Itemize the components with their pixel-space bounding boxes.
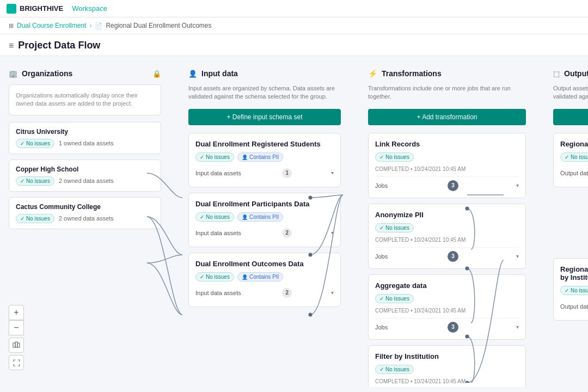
trans-card-3-status: No issues bbox=[375, 294, 414, 303]
org-status-cactus: No issues bbox=[16, 214, 54, 223]
organizations-description: Organizations automatically display once… bbox=[16, 92, 138, 107]
trans-card-filter[interactable]: Filter by Institution No issues COMPLETE… bbox=[368, 345, 526, 387]
trans-card-3-jobs-label: Jobs bbox=[375, 324, 388, 330]
workspace-link[interactable]: Workspace bbox=[72, 4, 107, 13]
org-name-copper: Copper High School bbox=[16, 166, 154, 173]
org-card-copper[interactable]: Copper High School No issues 2 owned dat… bbox=[9, 160, 161, 192]
org-card-cactus[interactable]: Cactus Community College No issues 2 own… bbox=[9, 197, 161, 229]
trans-card-1-completed: COMPLETED • 10/24/2021 10:45 AM bbox=[375, 166, 519, 172]
trans-card-4-completed: COMPLETED • 10/24/2021 10:45 AM bbox=[375, 378, 519, 384]
org-status-citrus: No issues bbox=[16, 139, 54, 148]
input-card-1-chevron-icon: ▾ bbox=[331, 170, 334, 176]
output-card-2-expand-label: Output data assets bbox=[560, 303, 588, 310]
output-card-2[interactable]: Regional Dual Enrollment Ou... Filtered … bbox=[553, 258, 588, 321]
input-card-1-title: Dual Enrollment Registered Students bbox=[195, 140, 334, 148]
output-card-1-badges: No issues Contains PII bbox=[560, 152, 588, 162]
trans-card-3-jobs-count: 3 bbox=[448, 322, 458, 333]
define-input-schema-button[interactable]: + Define input schema set bbox=[188, 109, 341, 125]
input-card-3-status-badge: No issues bbox=[195, 272, 234, 281]
top-navigation: BRIGHTHIVE Workspace bbox=[0, 0, 588, 17]
zoom-out-button[interactable]: − bbox=[9, 320, 24, 335]
output-card-1-expand-label: Output data assets bbox=[560, 170, 588, 176]
trans-card-4-status: No issues bbox=[375, 365, 414, 374]
input-card-3-chevron-icon: ▾ bbox=[331, 290, 334, 296]
transformations-description: Transformations include one or more jobs… bbox=[368, 84, 526, 101]
input-card-2-chevron-icon: ▾ bbox=[331, 230, 334, 236]
map-button[interactable] bbox=[9, 338, 24, 353]
output-data-title: Output data bbox=[564, 69, 588, 78]
input-card-1-count: 1 bbox=[282, 168, 292, 178]
org-name-cactus: Cactus Community College bbox=[16, 203, 154, 211]
output-data-header: ⬚ Output data bbox=[553, 69, 588, 78]
org-meta-copper: No issues 2 owned data assets bbox=[16, 176, 154, 186]
input-card-outcomes[interactable]: Dual Enrollment Outcomes Data No issues … bbox=[188, 253, 341, 307]
trans-card-1-jobs-label: Jobs bbox=[375, 182, 388, 189]
input-data-column: 👤 Input data Input assets are organized … bbox=[188, 67, 341, 376]
input-card-participants[interactable]: Dual Enrollment Participants Data No iss… bbox=[188, 193, 341, 247]
output-data-description: Output assets are organized by data sche… bbox=[553, 84, 588, 101]
input-card-2-expand[interactable]: Input data assets 2 ▾ bbox=[195, 226, 334, 240]
input-card-2-status-badge: No issues bbox=[195, 212, 234, 222]
fullscreen-button[interactable] bbox=[9, 355, 24, 370]
trans-card-4-badges: No issues bbox=[375, 365, 519, 374]
trans-card-1-chevron-icon: ▾ bbox=[516, 182, 519, 188]
add-transformation-button[interactable]: + Add transformation bbox=[368, 109, 526, 125]
zoom-in-button[interactable]: + bbox=[9, 305, 24, 320]
output-card-1-expand[interactable]: Output data assets 1 ▾ bbox=[560, 166, 588, 180]
transformations-title: Transformations bbox=[382, 69, 442, 78]
trans-card-2-jobs-row[interactable]: Jobs 3 ▾ bbox=[375, 247, 519, 262]
output-data-column: ⬚ Output data Output assets are organize… bbox=[553, 67, 588, 376]
trans-card-1-jobs-row[interactable]: Jobs 3 ▾ bbox=[375, 176, 519, 191]
input-card-2-expand-label: Input data assets bbox=[195, 230, 241, 236]
trans-card-3-jobs-row[interactable]: Jobs 3 ▾ bbox=[375, 318, 519, 333]
input-card-2-title: Dual Enrollment Participants Data bbox=[195, 200, 334, 208]
trans-card-anonymize[interactable]: Anonymize PII No issues COMPLETED • 10/2… bbox=[368, 204, 526, 269]
input-card-3-title: Dual Enrollment Outcomes Data bbox=[195, 260, 334, 268]
breadcrumb-page-icon: 📄 bbox=[95, 22, 102, 29]
org-card-citrus[interactable]: Citrus University No issues 1 owned data… bbox=[9, 122, 161, 154]
transformations-column: ⚡ Transformations Transformations includ… bbox=[368, 67, 526, 376]
svg-rect-9 bbox=[17, 343, 20, 347]
input-card-2-badges: No issues Contains PII bbox=[195, 212, 334, 222]
output-data-icon: ⬚ bbox=[553, 70, 560, 78]
output-card-2-title: Regional Dual Enrollment Ou... Filtered … bbox=[560, 265, 588, 281]
trans-card-aggregate[interactable]: Aggregate data No issues COMPLETED • 10/… bbox=[368, 274, 526, 340]
trans-card-1-status: No issues bbox=[375, 152, 414, 162]
trans-card-link-records[interactable]: Link Records No issues COMPLETED • 10/24… bbox=[368, 133, 526, 198]
output-card-1-status-badge: No issues bbox=[560, 152, 588, 162]
output-card-1[interactable]: Regional Dual Enrollment Ou... No issues… bbox=[553, 133, 588, 187]
trans-card-2-chevron-icon: ▾ bbox=[516, 253, 519, 259]
input-card-1-expand[interactable]: Input data assets 1 ▾ bbox=[195, 166, 334, 180]
trans-card-2-badges: No issues bbox=[375, 223, 519, 232]
trans-card-3-chevron-icon: ▾ bbox=[516, 324, 519, 330]
input-card-3-expand[interactable]: Input data assets 2 ▾ bbox=[195, 286, 334, 300]
trans-card-4-title: Filter by Institution bbox=[375, 352, 519, 360]
input-card-1-status-badge: No issues bbox=[195, 152, 234, 162]
input-card-registered-students[interactable]: Dual Enrollment Registered Students No i… bbox=[188, 133, 341, 187]
define-output-schema-button[interactable]: + Define new output s... bbox=[553, 109, 588, 125]
flow-canvas: 🏢 Organizations 🔒 Organizations automati… bbox=[0, 56, 588, 387]
breadcrumb: ⊞ Dual Course Enrollment › 📄 Regional Du… bbox=[0, 17, 588, 34]
trans-card-1-jobs-count: 3 bbox=[448, 180, 458, 191]
breadcrumb-project-link[interactable]: Dual Course Enrollment bbox=[17, 22, 86, 29]
organizations-title: Organizations bbox=[22, 69, 72, 78]
fullscreen-icon-svg bbox=[13, 359, 20, 366]
output-card-2-expand[interactable]: Output data assets 1 ▾ bbox=[560, 299, 588, 314]
svg-rect-7 bbox=[13, 343, 15, 347]
input-card-3-expand-label: Input data assets bbox=[195, 290, 241, 296]
trans-card-3-badges: No issues bbox=[375, 294, 519, 303]
trans-card-2-completed: COMPLETED • 10/24/2021 10:45 AM bbox=[375, 237, 519, 243]
organizations-header: 🏢 Organizations 🔒 bbox=[9, 69, 161, 78]
org-name-citrus: Citrus University bbox=[16, 128, 154, 136]
org-status-copper: No issues bbox=[16, 176, 54, 186]
input-card-3-pii-badge: Contains PII bbox=[237, 272, 283, 281]
input-card-1-badges: No issues Contains PII bbox=[195, 152, 334, 162]
logo-icon bbox=[7, 4, 16, 14]
org-assets-cactus: 2 owned data assets bbox=[59, 215, 114, 222]
org-assets-copper: 2 owned data assets bbox=[59, 177, 114, 184]
trans-card-2-status: No issues bbox=[375, 223, 414, 232]
page-title-bar: ≡ Project Data Flow bbox=[0, 34, 588, 56]
logo: BRIGHTHIVE bbox=[7, 4, 63, 14]
map-icon-svg bbox=[13, 341, 20, 349]
breadcrumb-separator: › bbox=[89, 22, 91, 29]
